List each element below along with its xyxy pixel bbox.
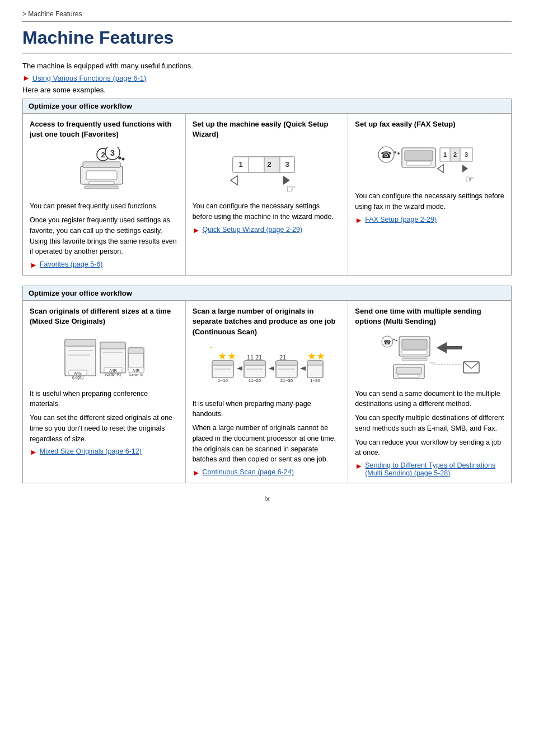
svg-marker-99 bbox=[437, 342, 462, 353]
svg-text:A4S: A4S bbox=[74, 371, 82, 375]
here-text: Here are some examples. bbox=[22, 86, 512, 94]
svg-marker-38 bbox=[462, 165, 468, 172]
cell2-title: Set up the machine easily (Quick Setup W… bbox=[193, 119, 341, 139]
svg-text:A4R: A4R bbox=[109, 368, 117, 372]
svg-text:1: 1 bbox=[443, 151, 447, 158]
page-title: Machine Features bbox=[22, 27, 512, 54]
svg-text:11: 11 bbox=[247, 354, 254, 361]
svg-rect-10 bbox=[89, 181, 114, 184]
svg-marker-37 bbox=[438, 165, 443, 172]
section2: Optimize your office workflow Scan origi… bbox=[22, 286, 512, 483]
svg-rect-44 bbox=[65, 339, 96, 346]
cell1-title: Access to frequently used functions with… bbox=[30, 119, 179, 139]
cell1-link-anchor[interactable]: Favorites (page 5-6) bbox=[40, 260, 103, 268]
svg-rect-11 bbox=[83, 162, 120, 167]
cell6-arrow: ► bbox=[355, 461, 363, 470]
svg-text:(Letter-R): (Letter-R) bbox=[105, 372, 121, 377]
cell2-text0: You can configure the necessary settings… bbox=[193, 201, 341, 222]
cell1-arrow: ► bbox=[30, 260, 38, 269]
svg-text:☞: ☞ bbox=[286, 183, 296, 194]
cell4-arrow: ► bbox=[30, 447, 38, 456]
svg-text:21: 21 bbox=[279, 354, 286, 361]
svg-text:1: 1 bbox=[239, 160, 243, 169]
svg-text:A4R: A4R bbox=[133, 368, 140, 372]
cell5-image: ★ ★ 1~10 11 21 bbox=[193, 343, 341, 393]
cell4-link: ► Mixed Size Originals (page 6-12) bbox=[30, 447, 179, 456]
cell6-text0: You can send a same document to the mult… bbox=[355, 389, 504, 410]
svg-marker-68 bbox=[237, 366, 242, 371]
svg-rect-69 bbox=[210, 347, 212, 348]
cell2-link: ► Quick Setup Wizard (page 2-29) bbox=[193, 226, 341, 235]
cell6-image: ☎ bbox=[355, 333, 504, 383]
svg-point-27 bbox=[397, 152, 400, 155]
svg-text:2: 2 bbox=[453, 151, 457, 158]
svg-rect-57 bbox=[128, 348, 144, 353]
svg-text:☎: ☎ bbox=[383, 339, 391, 346]
cell1-text0: You can preset frequently used functions… bbox=[30, 201, 179, 212]
svg-text:(Letter-R): (Letter-R) bbox=[129, 373, 143, 376]
svg-text:3: 3 bbox=[465, 151, 468, 158]
cell3-text0: You can configure the necessary settings… bbox=[355, 191, 504, 212]
cell3-link-anchor[interactable]: FAX Setup (page 2-29) bbox=[365, 216, 437, 223]
functions-link[interactable]: Using Various Functions (page 6-1) bbox=[32, 74, 147, 82]
cell5-text0: It is useful when preparing many-page ha… bbox=[193, 399, 341, 420]
cell3-link: ► FAX Setup (page 2-29) bbox=[355, 216, 504, 225]
svg-point-92 bbox=[393, 339, 395, 340]
svg-text:21~30: 21~30 bbox=[280, 378, 293, 383]
cell2-link-anchor[interactable]: Quick Setup Wizard (page 2-29) bbox=[203, 226, 303, 234]
svg-text:2: 2 bbox=[101, 151, 105, 159]
svg-text:21: 21 bbox=[255, 354, 262, 361]
section2-grid: Scan originals of different sizes at a t… bbox=[23, 301, 511, 483]
cell6-link-anchor[interactable]: Sending to Different Types of Destinatio… bbox=[365, 461, 504, 477]
svg-text:★: ★ bbox=[307, 351, 316, 362]
svg-text:1~10: 1~10 bbox=[218, 378, 228, 383]
svg-rect-96 bbox=[402, 351, 427, 354]
cell5-title: Scan a large number of originals in sepa… bbox=[193, 306, 341, 337]
svg-rect-30 bbox=[406, 161, 431, 165]
svg-rect-97 bbox=[404, 356, 426, 358]
cell1-image: 2 3 1 bbox=[30, 145, 179, 195]
svg-text:3: 3 bbox=[110, 148, 115, 157]
svg-marker-21 bbox=[231, 176, 237, 185]
cell4-link-anchor[interactable]: Mixed Size Originals (page 6-12) bbox=[40, 447, 142, 455]
svg-text:2: 2 bbox=[268, 160, 271, 169]
cell6-text2: You can reduce your workflow by sending … bbox=[355, 437, 504, 459]
svg-rect-29 bbox=[405, 151, 433, 161]
svg-point-5 bbox=[121, 157, 124, 160]
section1-cell-2: Set up the machine easily (Quick Setup W… bbox=[186, 114, 349, 275]
svg-marker-84 bbox=[300, 366, 306, 371]
section1-cell-3: Set up fax easily (FAX Setup) ☎ 1 bbox=[348, 114, 511, 275]
svg-text:11~20: 11~20 bbox=[249, 378, 261, 383]
cell1-text1: Once you register frequently used settin… bbox=[30, 215, 179, 257]
svg-text:(Legal): (Legal) bbox=[72, 375, 83, 380]
svg-rect-102 bbox=[396, 367, 421, 374]
svg-rect-12 bbox=[85, 186, 118, 189]
cell5-arrow: ► bbox=[193, 468, 200, 477]
cell6-text1: You can specify multiple destinations of… bbox=[355, 413, 504, 434]
cell6-link: ► Sending to Different Types of Destinat… bbox=[355, 461, 504, 477]
section1: Optimize your office workflow Access to … bbox=[22, 99, 512, 276]
cell1-link: ► Favorites (page 5-6) bbox=[30, 260, 179, 269]
svg-text:3: 3 bbox=[285, 160, 289, 169]
svg-rect-66 bbox=[212, 361, 233, 365]
svg-text:☞: ☞ bbox=[465, 174, 474, 184]
cell3-arrow: ► bbox=[355, 216, 363, 225]
section2-header: Optimize your office workflow bbox=[23, 286, 511, 301]
svg-rect-98 bbox=[402, 358, 427, 361]
svg-text:★: ★ bbox=[227, 351, 236, 362]
cell4-title: Scan originals of different sizes at a t… bbox=[30, 306, 179, 326]
svg-text:☎: ☎ bbox=[381, 150, 392, 160]
section2-cell-3: Send one time with multiple sending opti… bbox=[348, 301, 511, 483]
cell4-image: A4S (Legal) A4R (Letter-R) A4R bbox=[30, 333, 179, 383]
section2-cell-1: Scan originals of different sizes at a t… bbox=[23, 301, 186, 483]
functions-link-row: ► Using Various Functions (page 6-1) bbox=[22, 73, 512, 82]
arrow-icon: ► bbox=[22, 73, 30, 82]
cell5-link-anchor[interactable]: Continuous Scan (page 6-24) bbox=[203, 468, 294, 476]
section1-cell-1: Access to frequently used functions with… bbox=[23, 114, 186, 275]
cell5-text1: When a large number of originals cannot … bbox=[193, 423, 341, 465]
breadcrumb: > Machine Features bbox=[22, 10, 512, 22]
cell4-text0: It is useful when preparing conference m… bbox=[30, 389, 179, 410]
cell5-link: ► Continuous Scan (page 6-24) bbox=[193, 468, 341, 477]
svg-text:1~30: 1~30 bbox=[310, 378, 321, 383]
svg-rect-9 bbox=[86, 171, 117, 180]
